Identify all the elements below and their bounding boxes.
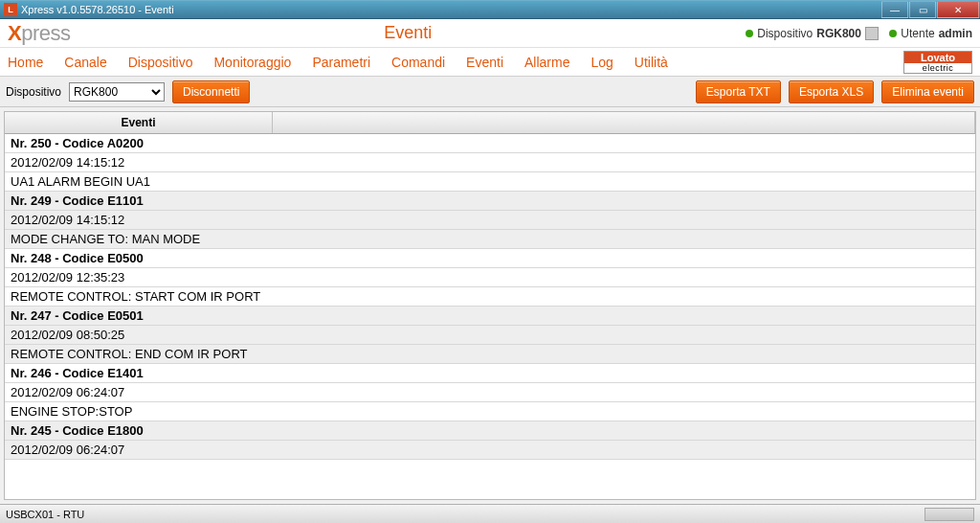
event-title: Nr. 248 - Codice E0500 xyxy=(5,249,975,268)
app-logo: Xpress xyxy=(8,21,70,46)
menu-eventi[interactable]: Eventi xyxy=(466,55,503,70)
event-time: 2012/02/09 06:24:07 xyxy=(5,441,975,460)
menu-bar: Home Canale Dispositivo Monitoraggio Par… xyxy=(0,48,980,77)
toolbar: Dispositivo RGK800 Disconnetti Esporta T… xyxy=(0,77,980,107)
status-bar: USBCX01 - RTU xyxy=(0,504,980,523)
header-status: Dispositivo RGK800 Utente admin xyxy=(746,27,972,40)
event-title: Nr. 250 - Codice A0200 xyxy=(5,134,975,153)
device-name: RGK800 xyxy=(816,27,861,40)
grid-header-row: Eventi xyxy=(5,112,975,134)
delete-events-button[interactable]: Elimina eventi xyxy=(881,80,974,103)
menu-dispositivo[interactable]: Dispositivo xyxy=(128,55,193,70)
page-title: Eventi xyxy=(70,23,746,43)
event-time: 2012/02/09 12:35:23 xyxy=(5,268,975,287)
window-controls: — ▭ ✕ xyxy=(881,1,980,18)
toolbar-device-label: Dispositivo xyxy=(6,85,61,99)
event-group[interactable]: Nr. 245 - Codice E18002012/02/09 06:24:0… xyxy=(5,421,975,460)
disconnect-button[interactable]: Disconnetti xyxy=(172,80,250,103)
window-title: Xpress v1.0.5578.26510 - Eventi xyxy=(21,4,174,15)
menu-utilita[interactable]: Utilità xyxy=(635,55,668,70)
event-title: Nr. 247 - Codice E0501 xyxy=(5,307,975,326)
brand-logo: Lovato electric xyxy=(903,51,972,74)
resize-grip[interactable] xyxy=(924,508,974,521)
menu-comandi[interactable]: Comandi xyxy=(391,55,445,70)
export-xls-button[interactable]: Esporta XLS xyxy=(789,80,874,103)
user-name: admin xyxy=(939,27,972,40)
device-chip-icon xyxy=(865,27,879,40)
device-select[interactable]: RGK800 xyxy=(69,82,165,102)
event-desc: ENGINE STOP:STOP xyxy=(5,402,975,421)
event-desc: UA1 ALARM BEGIN UA1 xyxy=(5,172,975,192)
event-title: Nr. 249 - Codice E1101 xyxy=(5,192,975,211)
maximize-button[interactable]: ▭ xyxy=(909,1,936,18)
user-status-icon xyxy=(889,30,897,37)
event-grid: Eventi Nr. 250 - Codice A02002012/02/09 … xyxy=(4,111,976,500)
grid-column-spacer xyxy=(273,112,975,133)
menu-parametri[interactable]: Parametri xyxy=(312,55,370,70)
menu-home[interactable]: Home xyxy=(8,55,43,70)
event-desc: REMOTE CONTROL: START COM IR PORT xyxy=(5,287,975,307)
event-group[interactable]: Nr. 250 - Codice A02002012/02/09 14:15:1… xyxy=(5,134,975,192)
event-time: 2012/02/09 08:50:25 xyxy=(5,326,975,345)
app-icon: L xyxy=(4,3,17,16)
close-button[interactable]: ✕ xyxy=(937,1,979,18)
menu-log[interactable]: Log xyxy=(590,55,612,70)
menu-canale[interactable]: Canale xyxy=(64,55,106,70)
event-time: 2012/02/09 14:15:12 xyxy=(5,211,975,230)
status-connection: USBCX01 - RTU xyxy=(6,509,84,520)
grid-body[interactable]: Nr. 250 - Codice A02002012/02/09 14:15:1… xyxy=(5,134,975,499)
event-title: Nr. 245 - Codice E1800 xyxy=(5,421,975,441)
event-time: 2012/02/09 06:24:07 xyxy=(5,383,975,402)
event-desc: MODE CHANGE TO: MAN MODE xyxy=(5,230,975,249)
event-group[interactable]: Nr. 248 - Codice E05002012/02/09 12:35:2… xyxy=(5,249,975,307)
event-title: Nr. 246 - Codice E1401 xyxy=(5,364,975,383)
window-title-bar: L Xpress v1.0.5578.26510 - Eventi — ▭ ✕ xyxy=(0,0,980,19)
event-desc: REMOTE CONTROL: END COM IR PORT xyxy=(5,345,975,364)
export-txt-button[interactable]: Esporta TXT xyxy=(696,80,781,103)
grid-column-eventi[interactable]: Eventi xyxy=(5,112,273,133)
event-group[interactable]: Nr. 249 - Codice E11012012/02/09 14:15:1… xyxy=(5,192,975,249)
menu-allarme[interactable]: Allarme xyxy=(524,55,569,70)
device-label: Dispositivo xyxy=(757,27,813,40)
menu-monitoraggio[interactable]: Monitoraggio xyxy=(213,55,291,70)
device-status-icon xyxy=(746,30,753,37)
minimize-button[interactable]: — xyxy=(881,1,908,18)
event-group[interactable]: Nr. 247 - Codice E05012012/02/09 08:50:2… xyxy=(5,307,975,364)
event-group[interactable]: Nr. 246 - Codice E14012012/02/09 06:24:0… xyxy=(5,364,975,421)
header-bar: Xpress Eventi Dispositivo RGK800 Utente … xyxy=(0,19,980,48)
user-label: Utente xyxy=(901,27,934,40)
event-time: 2012/02/09 14:15:12 xyxy=(5,153,975,172)
